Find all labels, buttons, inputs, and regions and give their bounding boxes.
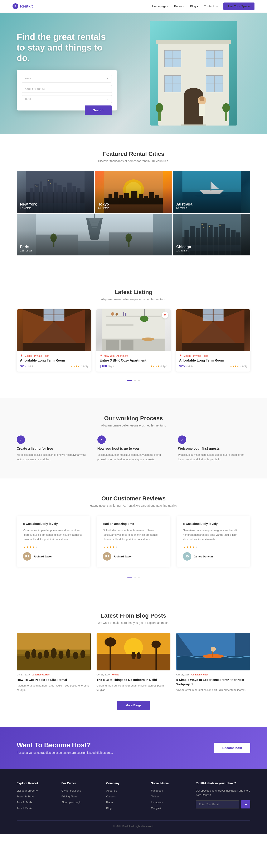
heart-icon[interactable]: ♥ [162,312,168,318]
blog-post-title: The 8 Best Things to Do Indoors In Delhi [97,678,171,682]
footer-link[interactable]: Tour & Safris [17,807,32,810]
blog-title: Latest From Blog Posts [17,612,250,619]
nav-contact[interactable]: Contact us [204,5,218,8]
guest-field[interactable]: Guest ▾ [22,95,112,103]
city-name: Tokyo [98,202,109,207]
footer-link[interactable]: List your property [17,789,38,792]
city-card-newyork[interactable]: New York 87 rentals [17,171,94,213]
footer-link-facebook[interactable]: Facebook [151,789,163,792]
newsletter-submit-button[interactable]: ➤ [241,800,250,808]
listing-card[interactable]: ♥ 📍 New York · Apartment Entire 3 BHK Co… [96,309,171,372]
review-title: Had an amazing time [103,522,164,525]
listing-card[interactable]: 📍 Madrid · Private Room Affordable Long … [176,309,250,372]
review-title: It was absolutely lovely [23,522,84,525]
footer-link[interactable]: Owner solutions [62,789,81,792]
nav-blog[interactable]: Blog ▾ [190,5,198,8]
logo[interactable]: R Rentkit [12,3,33,9]
svg-point-153 [152,641,161,648]
footer-link[interactable]: Tour & Safris [17,801,32,804]
footer-link[interactable]: Sign up or Login [62,801,81,804]
where-field[interactable]: Where ▾ [22,75,112,83]
blog-card[interactable]: Oct 17, 2019 · Experience, Host How To G… [17,633,91,692]
blog-meta: Oct 15, 2019 · Company, Host [176,673,250,676]
svg-point-145 [80,650,85,658]
city-overlay [17,214,172,255]
nav-homepage[interactable]: Homepage ▾ [152,5,168,8]
carousel-dot[interactable] [127,578,132,578]
carousel-dot[interactable] [138,578,140,578]
svg-rect-132 [182,343,244,351]
footer-link[interactable]: About us [106,789,117,792]
star-icon: ★★★★ [71,365,80,368]
chevron-down-icon: ▾ [107,78,108,80]
footer-link[interactable]: Press [106,801,113,804]
carousel-dot[interactable] [138,380,140,381]
carousel-dot[interactable] [134,578,136,578]
footer-link[interactable]: Careers [106,795,116,798]
list-space-button[interactable]: List Your Space [224,2,255,10]
review-card: It was absolutely lovely Vivamus vel imp… [17,516,90,567]
footer-link-google[interactable]: Google+ [151,807,162,810]
listing-price-row: $180 Night ★★★★ 4.7(4) [100,365,167,368]
footer-link[interactable]: Travel & Stays [17,795,34,798]
process-step-desc: Phasellus pulvinar justo justaquipose su… [178,453,250,462]
listing-info: 📍 Madrid · Private Room Affordable Long … [176,351,250,372]
carousel-dot[interactable] [134,380,136,381]
featured-cities-subtitle: Discover thousands of homes for rent in … [17,159,250,163]
blog-card[interactable]: Oct 16, 2019 · Homes The 8 Best Things t… [97,633,171,692]
city-name: Australia [176,202,192,207]
copyright-text: © 2019 Rentkit. All Rights Reserved. [113,825,154,828]
chevron-down-icon: ▾ [183,5,185,7]
carousel-dots [17,575,250,579]
svg-point-122 [140,316,148,322]
logo-text: Rentkit [20,4,33,8]
listing-image [17,309,91,351]
featured-cities-title: Featured Rental Cities [17,151,250,157]
process-step-desc: Vestibulum auctor maximus estapuia vulpu… [97,453,170,462]
search-box: Where ▾ Check in / Check out Guest ▾ Sea… [17,70,117,111]
star-icon: ★ [32,546,35,549]
newsletter-title: RentKit deals in your inbox ? [196,781,250,785]
star-icon: ★ [112,546,115,549]
svg-rect-120 [125,313,126,316]
footer-link-twitter[interactable]: Twitter [151,795,159,798]
reviews-grid: It was absolutely lovely Vivamus vel imp… [17,516,250,567]
footer-link[interactable]: Pricing Plans [62,795,77,798]
svg-rect-113 [106,324,133,326]
city-card-paris[interactable]: Paris 221 rentals [17,214,172,255]
email-input[interactable] [196,800,239,808]
city-card-tokyo[interactable]: Tokyo 68 rentals [95,171,172,213]
hero-title: Find the great rentals to stay and thing… [17,32,108,63]
process-grid: ✓ Create a listing for free Morbi elit s… [17,435,250,462]
nav-links: Homepage ▾ Pages ▾ Blog ▾ Contact us Lis… [152,2,255,10]
checkin-label: Check in / Check out [25,88,44,90]
chevron-down-icon: ▾ [197,5,198,7]
checkin-field[interactable]: Check in / Check out [22,85,112,93]
listing-image: ♥ [96,309,171,351]
carousel-dot[interactable] [127,380,132,381]
footer-col-explore: Explore Rentkit List your property Trave… [17,781,53,812]
star-icon: ★ [192,546,195,549]
footer-col-title: For Owner [62,781,98,785]
footer-link[interactable]: Blog [106,807,111,810]
location-icon: 📍 [20,354,23,358]
listing-card[interactable]: 📍 Madrid · Private Room Affordable Long … [17,309,91,372]
city-card-chicago[interactable]: Chicago 143 rentals [173,214,250,255]
blog-card[interactable]: Oct 15, 2019 · Company, Host 5 Simple Wa… [176,633,250,692]
more-blogs-button[interactable]: More Blogs [117,701,150,710]
svg-point-117 [111,312,114,316]
where-label: Where [25,78,31,80]
become-host-button[interactable]: Become host [214,743,250,753]
nav-pages[interactable]: Pages ▾ [174,5,185,8]
reviewer-name: Richard Jason [34,555,53,558]
review-card: Had an amazing time Sollicitudin purus a… [97,516,170,567]
svg-point-137 [25,651,30,659]
footer-col-owner: For Owner Owner solutions Pricing Plans … [62,781,98,812]
svg-rect-112 [106,316,161,317]
newsletter-desc: Get special offers, travel inspiration a… [196,788,250,797]
listing-name: Affordable Long Term Room [179,359,247,362]
search-button[interactable]: Search [85,105,112,115]
footer-link-instagram[interactable]: Instagram [151,801,163,804]
star-icon: ★ [196,546,198,549]
city-card-australia[interactable]: Australia 54 rentals [173,171,250,213]
